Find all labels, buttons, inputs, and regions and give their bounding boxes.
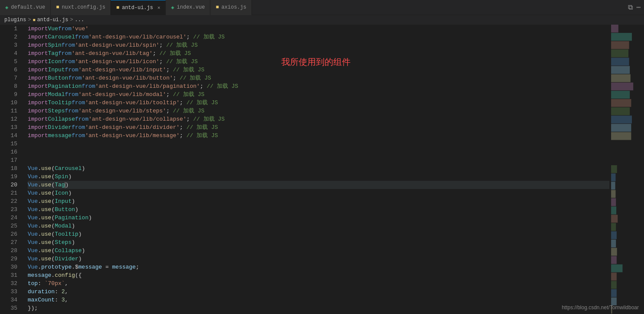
code-line: duration: 2, (28, 288, 609, 296)
code-line: Vue.use(Tooltip) (28, 230, 609, 238)
more-actions-icon[interactable]: ⋯ (636, 3, 641, 12)
split-editor-icon[interactable]: ⧉ (628, 3, 633, 12)
tab-axios-js[interactable]: ■ axios.js (210, 0, 252, 15)
code-line: import Tooltip from 'ant-design-vue/lib/… (28, 99, 609, 107)
code-line: import Input from 'ant-design-vue/lib/in… (28, 66, 609, 74)
code-line: import Icon from 'ant-design-vue/lib/ico… (28, 58, 609, 66)
code-line: message.config({ (28, 271, 609, 279)
tab-nuxt-config[interactable]: ■ nuxt.config.js (51, 0, 111, 15)
tab-index-vue[interactable]: ◈ index.vue (166, 0, 210, 15)
vue-icon-2: ◈ (171, 4, 174, 11)
code-line: Vue.use(Pagination) (28, 214, 609, 222)
code-line (28, 148, 609, 156)
code-lines[interactable]: import Vue from 'vue' import Carousel fr… (21, 25, 609, 314)
code-line: Vue.prototype.$message = message; (28, 263, 609, 271)
code-line: import Steps from 'ant-design-vue/lib/st… (28, 107, 609, 115)
code-line: import Pagination from 'ant-design-vue/l… (28, 82, 609, 90)
code-line: }); (28, 304, 609, 312)
line-numbers: 1234567891011121314151617181920212223242… (0, 25, 21, 314)
code-line (28, 140, 609, 148)
code-line: Vue.use(Input) (28, 197, 609, 205)
code-line: Vue.use(Modal) (28, 222, 609, 230)
code-line: import Tag from 'ant-design-vue/lib/tag'… (28, 49, 609, 58)
code-line: Vue.use(Carousel) (28, 164, 609, 173)
code-line: Vue.use(Tag) (28, 181, 609, 189)
js-icon-2: ■ (216, 4, 219, 10)
code-area: 1234567891011121314151617181920212223242… (0, 25, 609, 314)
code-line: Vue.use(Divider) (28, 255, 609, 263)
breadcrumb-icon: ■ (33, 18, 35, 22)
code-line: import Spin from 'ant-design-vue/lib/spi… (28, 41, 609, 49)
code-line: import Carousel from 'ant-design-vue/lib… (28, 33, 609, 41)
code-line: Vue.use(Spin) (28, 173, 609, 181)
code-line (28, 156, 609, 164)
code-line: import Vue from 'vue' (28, 25, 609, 33)
editor-actions: ⧉ ⋯ (628, 3, 644, 12)
watermark: https://blog.csdn.net/Tomwildboar (562, 304, 639, 311)
code-line: import Modal from 'ant-design-vue/lib/mo… (28, 90, 609, 99)
code-line: top: `70px`, (28, 279, 609, 288)
code-line: Vue.use(Icon) (28, 189, 609, 197)
breadcrumb-file: antd-ui.js (37, 17, 68, 23)
tab-antd-ui[interactable]: ■ antd-ui.js ✕ (111, 0, 166, 15)
breadcrumb: plugins > ■ antd-ui.js > ... (0, 15, 644, 25)
code-line: Vue.use(Button) (28, 205, 609, 214)
breadcrumb-plugins: plugins (4, 17, 26, 23)
code-line: import Collapse from 'ant-design-vue/lib… (28, 115, 609, 123)
tab-close-button[interactable]: ✕ (158, 5, 161, 10)
breadcrumb-more: ... (75, 17, 84, 23)
code-line: import Divider from 'ant-design-vue/lib/… (28, 123, 609, 131)
editor-container: 1234567891011121314151617181920212223242… (0, 25, 644, 314)
code-line: maxCount: 3, (28, 296, 609, 304)
code-line: Vue.use(Steps) (28, 238, 609, 247)
vue-icon: ◈ (5, 4, 8, 11)
code-line: import Button from 'ant-design-vue/lib/b… (28, 74, 609, 82)
minimap (609, 25, 644, 314)
js-icon: ■ (56, 4, 59, 10)
code-line: Vue.use(Collapse) (28, 247, 609, 255)
tab-bar: ◈ default.vue ■ nuxt.config.js ■ antd-ui… (0, 0, 644, 15)
js-icon-active: ■ (116, 5, 119, 11)
code-line: import message from 'ant-design-vue/lib/… (28, 131, 609, 140)
minimap-canvas (609, 25, 644, 314)
tab-default-vue[interactable]: ◈ default.vue (0, 0, 51, 15)
